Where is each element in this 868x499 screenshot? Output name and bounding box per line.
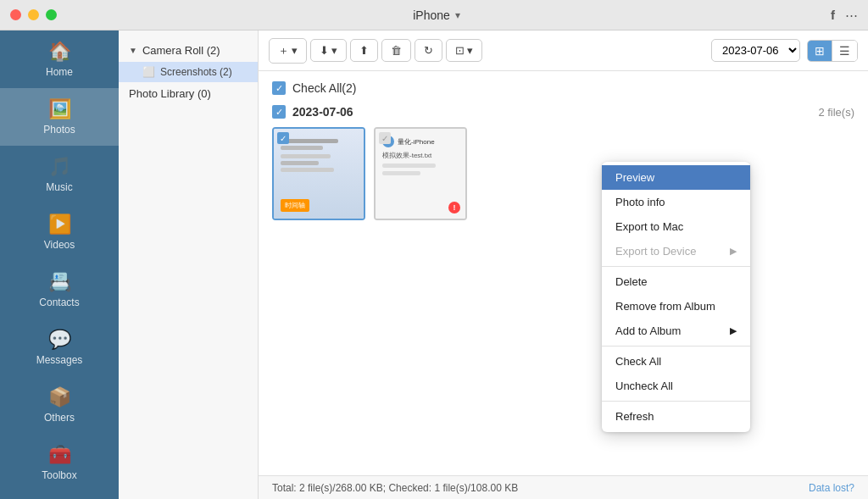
context-menu-add-album-label: Add to Album [615,324,681,337]
title-dropdown-icon[interactable]: ▾ [455,9,460,21]
tree-arrow-camera-roll: ▼ [129,46,137,55]
export-button[interactable]: ⬆ [350,39,378,62]
add-button[interactable]: ＋ ▾ [269,38,307,64]
context-menu-photo-info[interactable]: Photo info [602,190,750,214]
context-menu-separator-1 [602,266,750,267]
context-menu-check-all[interactable]: Check All [602,349,750,374]
context-menu-delete-label: Delete [615,275,648,288]
sidebar-label-photos: Photos [43,124,75,136]
maximize-button[interactable] [46,9,57,20]
add-album-arrow: ▶ [730,325,737,336]
close-button[interactable] [10,9,21,20]
sidebar-item-toolbox[interactable]: 🧰 Toolbox [0,434,119,491]
sidebar-label-messages: Messages [36,354,83,366]
screenshots-icon: ⬜ [142,66,155,78]
music-icon: 🎵 [48,156,71,178]
tree-label-screenshots: Screenshots (2) [160,66,232,78]
date-select[interactable]: 2023-07-06 [711,39,800,62]
sidebar-item-contacts[interactable]: 📇 Contacts [0,261,119,319]
videos-icon: ▶️ [48,213,71,236]
delete-button[interactable]: 🗑 [381,39,411,62]
add-icon: ＋ [278,43,289,58]
check-all-checkbox[interactable]: ✓ [272,81,286,95]
context-menu-separator-3 [602,401,750,402]
context-menu-refresh[interactable]: Refresh [602,404,750,429]
import-button[interactable]: ⬇ ▾ [310,39,347,62]
others-icon: 📦 [48,386,71,408]
sidebar-item-others[interactable]: 📦 Others [0,376,119,434]
tree-label-camera-roll: Camera Roll (2) [142,44,220,57]
date-section-header: ✓ 2023-07-06 2 file(s) [272,105,854,119]
sidebar-item-messages[interactable]: 💬 Messages [0,319,119,376]
sidebar-item-photos[interactable]: 🖼️ Photos [0,88,119,146]
sidebar-label-videos: Videos [44,239,75,251]
thumb2-line1 [382,164,436,168]
thumb1-tag: 时间轴 [281,199,309,212]
import-icon: ⬇ [320,44,329,57]
context-menu-refresh-label: Refresh [615,410,654,423]
title-right-icons: f ⋯ [831,8,858,23]
context-menu-separator-2 [602,346,750,347]
import-dropdown-icon: ▾ [331,44,337,57]
toolbar: ＋ ▾ ⬇ ▾ ⬆ 🗑 ↻ ⊡ ▾ 2023-07-06 [259,30,868,71]
sidebar-item-music[interactable]: 🎵 Music [0,146,119,203]
context-menu-preview[interactable]: Preview [602,165,750,190]
tree-item-camera-roll[interactable]: ▼ Camera Roll (2) [119,39,258,62]
chat-icon[interactable]: ⋯ [845,8,858,23]
minimize-button[interactable] [28,9,39,20]
context-menu-remove-album-label: Remove from Album [615,300,715,313]
date-section-left: ✓ 2023-07-06 [272,105,353,119]
thumb2-title: 量化-iPhone [398,137,459,147]
sync-button[interactable]: ↻ [415,39,442,62]
list-view-button[interactable]: ☰ [832,41,857,61]
sidebar-label-home: Home [46,66,73,78]
content-scroll: ✓ Check All(2) ✓ 2023-07-06 2 file(s) ✓ [259,71,868,475]
context-menu-delete[interactable]: Delete [602,269,750,294]
thumb2-check: ✓ [379,132,391,144]
tree-item-photo-library[interactable]: Photo Library (0) [119,82,258,105]
photo-thumb-2[interactable]: ✓ 量化-iPhone 模拟效果-test.txt ! [374,127,467,220]
thumb1-line5 [281,168,334,172]
title-center: iPhone ▾ [408,8,460,22]
thumb1-line4 [281,161,319,165]
date-section-checkbox[interactable]: ✓ [272,105,286,119]
context-menu-check-all-label: Check All [615,355,661,368]
photo-thumb-1[interactable]: ✓ 时间轴 [272,127,365,220]
data-lost-link[interactable]: Data lost? [809,482,854,494]
photo-grid: ✓ 时间轴 ✓ 量化- [272,127,854,220]
toolbox-icon: 🧰 [48,444,71,466]
context-menu-export-mac-label: Export to Mac [615,220,683,233]
sidebar-app-info: ✳ FonePaw iOS Transfer [0,491,119,499]
context-menu-add-album[interactable]: Add to Album ▶ [602,319,750,343]
export-icon: ⬆ [359,44,369,57]
more-button[interactable]: ⊡ ▾ [446,39,482,62]
facebook-icon[interactable]: f [831,8,835,23]
context-menu-photo-info-label: Photo info [615,196,665,208]
content-area: ＋ ▾ ⬇ ▾ ⬆ 🗑 ↻ ⊡ ▾ 2023-07-06 [259,30,868,499]
main-layout: 🏠 Home 🖼️ Photos 🎵 Music ▶️ Videos 📇 Con… [0,30,868,499]
thumb2-line2 [382,171,420,175]
check-all-label: Check All(2) [292,81,356,95]
view-toggle: ⊞ ☰ [807,40,858,62]
sidebar-item-videos[interactable]: ▶️ Videos [0,203,119,261]
context-menu-remove-album[interactable]: Remove from Album [602,294,750,319]
messages-icon: 💬 [48,329,71,351]
context-menu-uncheck-all[interactable]: Uncheck All [602,374,750,398]
context-menu-uncheck-all-label: Uncheck All [615,380,673,392]
file-count-label: 2 file(s) [818,106,854,119]
sidebar-item-home[interactable]: 🏠 Home [0,30,119,88]
context-menu-export-mac[interactable]: Export to Mac [602,214,750,239]
tree-item-screenshots[interactable]: ⬜ Screenshots (2) [119,62,258,82]
context-menu-preview-label: Preview [615,171,654,184]
sidebar-label-contacts: Contacts [39,297,79,308]
photos-icon: 🖼️ [48,98,71,120]
grid-view-button[interactable]: ⊞ [808,41,832,61]
check-all-bar: ✓ Check All(2) [272,81,854,95]
thumb2-subtitle: 模拟效果-test.txt [382,151,459,160]
sync-icon: ↻ [424,44,433,57]
context-menu-export-device[interactable]: Export to Device ▶ [602,239,750,263]
context-menu-export-device-label: Export to Device [615,245,696,258]
status-bar: Total: 2 file(s)/268.00 KB; Checked: 1 f… [259,475,868,499]
more-dropdown-icon: ▾ [467,44,473,57]
app-title: iPhone [413,8,450,22]
